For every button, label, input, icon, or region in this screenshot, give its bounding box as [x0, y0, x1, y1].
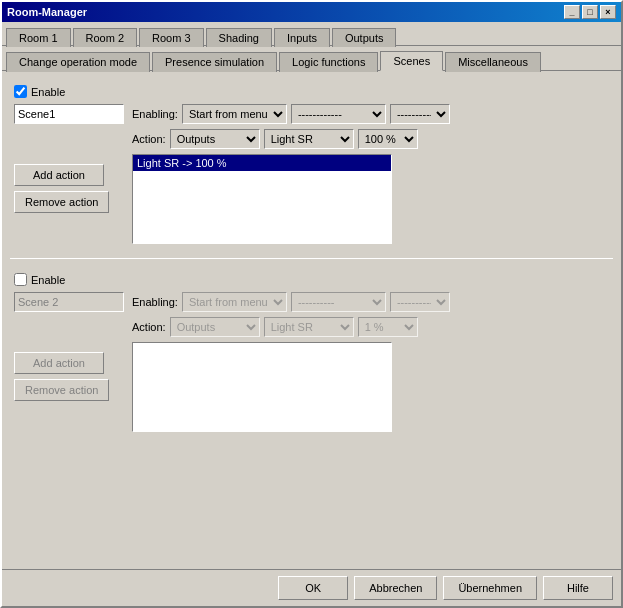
scene1-action-row: Action: Outputs Light SR 100 %	[132, 129, 609, 149]
scene1-enabling-row: Enabling: Start from menu onl ----------…	[132, 104, 609, 124]
scene2-add-action-button[interactable]: Add action	[14, 352, 104, 374]
scene1-dash2-select[interactable]: ----------	[390, 104, 450, 124]
scene2-block: Enable Add action Remove action Enabling…	[10, 267, 613, 438]
tab-change-operation-mode[interactable]: Change operation mode	[6, 52, 150, 72]
scene2-action-row: Action: Outputs Light SR 1 %	[132, 317, 609, 337]
divider	[10, 258, 613, 259]
scene2-left: Add action Remove action	[14, 292, 124, 432]
tab-inputs[interactable]: Inputs	[274, 28, 330, 47]
scene1-enable-label: Enable	[31, 86, 65, 98]
scene1-block: Enable Add action Remove action Enabling…	[10, 79, 613, 250]
tab-presence-simulation[interactable]: Presence simulation	[152, 52, 277, 72]
scene2-remove-action-button[interactable]: Remove action	[14, 379, 109, 401]
scene2-enabling-row: Enabling: Start from menu onl ----------…	[132, 292, 609, 312]
scene2-enable-label: Enable	[31, 274, 65, 286]
scene2-enabling-label: Enabling:	[132, 296, 178, 308]
scene2-dash2-select[interactable]: ----------	[390, 292, 450, 312]
title-bar: Room-Manager _ □ ×	[2, 2, 621, 22]
scene1-action-target-select[interactable]: Light SR	[264, 129, 354, 149]
scene1-right: Enabling: Start from menu onl ----------…	[132, 104, 609, 244]
scene2-enabling-select[interactable]: Start from menu onl	[182, 292, 287, 312]
minimize-button[interactable]: _	[564, 5, 580, 19]
cancel-button[interactable]: Abbrechen	[354, 576, 437, 600]
scene2-action-label: Action:	[132, 321, 166, 333]
content-area: Enable Add action Remove action Enabling…	[2, 71, 621, 569]
apply-button[interactable]: Übernehmen	[443, 576, 537, 600]
tab-outputs[interactable]: Outputs	[332, 28, 397, 47]
room-manager-window: Room-Manager _ □ × Room 1 Room 2 Room 3 …	[0, 0, 623, 608]
scene2-list-box[interactable]	[132, 342, 392, 432]
scene1-name-input[interactable]	[14, 104, 124, 124]
ok-button[interactable]: OK	[278, 576, 348, 600]
title-bar-buttons: _ □ ×	[564, 5, 616, 19]
scene1-dash1-select[interactable]: ------------	[291, 104, 386, 124]
tab-scenes[interactable]: Scenes	[380, 51, 443, 71]
scene1-enabling-label: Enabling:	[132, 108, 178, 120]
tab-miscellaneous[interactable]: Miscellaneous	[445, 52, 541, 72]
scene2-name-input[interactable]	[14, 292, 124, 312]
footer-bar: OK Abbrechen Übernehmen Hilfe	[2, 569, 621, 606]
maximize-button[interactable]: □	[582, 5, 598, 19]
tab-shading[interactable]: Shading	[206, 28, 272, 47]
tab-room2[interactable]: Room 2	[73, 28, 138, 47]
scene1-enabling-select[interactable]: Start from menu onl	[182, 104, 287, 124]
scene1-action-label: Action:	[132, 133, 166, 145]
scene1-list-box[interactable]: Light SR -> 100 %	[132, 154, 392, 244]
scene2-action-value-select[interactable]: 1 %	[358, 317, 418, 337]
help-button[interactable]: Hilfe	[543, 576, 613, 600]
scene2-dash1-select[interactable]: ----------	[291, 292, 386, 312]
close-button[interactable]: ×	[600, 5, 616, 19]
window-title: Room-Manager	[7, 6, 87, 18]
scene1-left: Add action Remove action	[14, 104, 124, 244]
tabs-row2: Change operation mode Presence simulatio…	[2, 46, 621, 71]
scene1-main: Add action Remove action Enabling: Start…	[14, 104, 609, 244]
tab-room3[interactable]: Room 3	[139, 28, 204, 47]
tab-logic-functions[interactable]: Logic functions	[279, 52, 378, 72]
scene2-right: Enabling: Start from menu onl ----------…	[132, 292, 609, 432]
scene1-enable-checkbox[interactable]	[14, 85, 27, 98]
tab-room1[interactable]: Room 1	[6, 28, 71, 47]
scene1-action-value-select[interactable]: 100 %	[358, 129, 418, 149]
scene2-enable-checkbox[interactable]	[14, 273, 27, 286]
scene2-main: Add action Remove action Enabling: Start…	[14, 292, 609, 432]
scene2-action-target-select[interactable]: Light SR	[264, 317, 354, 337]
list-item[interactable]: Light SR -> 100 %	[133, 155, 391, 171]
scene1-remove-action-button[interactable]: Remove action	[14, 191, 109, 213]
scene2-action-type-select[interactable]: Outputs	[170, 317, 260, 337]
scene1-action-type-select[interactable]: Outputs	[170, 129, 260, 149]
tabs-row1: Room 1 Room 2 Room 3 Shading Inputs Outp…	[2, 22, 621, 46]
scene1-add-action-button[interactable]: Add action	[14, 164, 104, 186]
